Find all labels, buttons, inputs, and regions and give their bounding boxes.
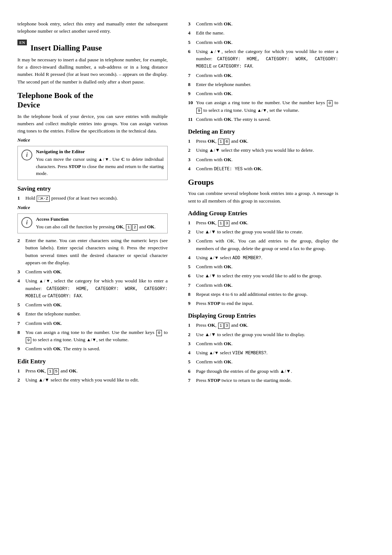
right-step-7: 7 Confirm with OK. (188, 72, 338, 79)
deleting-step-2: 2 Using ▲/▼ select the entry which you w… (188, 147, 338, 154)
displaying-group-title: Displaying Group Entries (188, 312, 338, 319)
right-step-3: 3 Confirm with OK. (188, 20, 338, 28)
access-function-body: You can also call the function by pressi… (36, 223, 164, 230)
access-function-title: Access Function (36, 216, 164, 222)
adding-group-list: 1 Press OK, 13 and OK. 2 Use ▲/▼ to sele… (188, 219, 338, 307)
adding-step-7: 7 Confirm with OK. (188, 282, 338, 289)
adding-step-6: 6 Use ▲/▼ to select the entry you would … (188, 272, 338, 279)
telephone-book-title: Telephone Book of the Device (17, 91, 168, 110)
edit-step-1: 1 Press OK, 15 and OK. (17, 367, 168, 375)
deleting-entry-title: Deleting an Entry (188, 128, 338, 135)
deleting-step-4: 4 Confirm DELETE: YES with OK. (188, 165, 338, 172)
navigating-notice-box: i Navigating in the Editor You can move … (17, 146, 168, 180)
saving-step-5: 5 Confirm with OK. (17, 301, 168, 309)
saving-step-8: 8 You can assign a ring tone to the numb… (17, 329, 168, 344)
notice-label-1: Notice (17, 137, 168, 143)
insert-dialling-title: Insert Dialling Pause (30, 43, 102, 53)
adding-step-3-text: Confirm with OK. You can add entries to … (196, 237, 338, 252)
saving-step-7: 7 Confirm with OK. (17, 320, 168, 327)
displaying-step-3: 3 Confirm with OK. (188, 340, 338, 347)
adding-step-5: 5 Confirm with OK. (188, 263, 338, 270)
displaying-step-5: 5 Confirm with OK. (188, 358, 338, 366)
deleting-step-2-text: Using ▲/▼ select the entry which you wou… (196, 147, 314, 154)
adding-step-8: 8 Repeat steps 4 to 6 to add additional … (188, 291, 338, 298)
right-step-11: 11 Confirm with OK. The entry is saved. (188, 116, 338, 123)
edit-entry-list: 1 Press OK, 15 and OK. 2 Using ▲/▼ selec… (17, 367, 168, 384)
notice-label-2: Notice (17, 205, 168, 211)
right-step-4: 4 Edit the name. (188, 29, 338, 37)
saving-entry-list: 1 Hold □A·Z pressed (for at least two se… (17, 195, 168, 202)
displaying-step-2-text: Use ▲/▼ to select the group you would li… (196, 331, 305, 338)
displaying-step-6: 6 Page through the entries of the group … (188, 368, 338, 375)
displaying-step-2: 2 Use ▲/▼ to select the group you would … (188, 331, 338, 338)
displaying-step-7: 7 Press STOP twice to return to the star… (188, 377, 338, 384)
saving-step-3: 3 Confirm with OK. (17, 268, 168, 276)
displaying-step-4: 4 Using ▲/▼ select VIEW MEMBERS?. (188, 349, 338, 356)
saving-step-2: 2 Enter the name. You can enter characte… (17, 237, 168, 266)
adding-step-4: 4 Using ▲/▼ select ADD MEMBER?. (188, 254, 338, 261)
right-step-10: 10 You can assign a ring tone to the num… (188, 99, 338, 114)
saving-step-9: 9 Confirm with OK. The entry is saved. (17, 345, 168, 352)
saving-step-2-text: Enter the name. You can enter characters… (25, 237, 168, 266)
right-step-6: 6 Using ▲/▼, select the category for whi… (188, 48, 338, 70)
displaying-step-1: 1 Press OK, 13 and OK. (188, 322, 338, 329)
telephone-book-body: In the telephone book of your device, yo… (17, 113, 168, 135)
adding-step-1: 1 Press OK, 13 and OK. (188, 219, 338, 227)
adding-step-9: 9 Press STOP to end the input. (188, 300, 338, 307)
insert-dialling-body: It may be necessary to insert a dial pau… (17, 56, 168, 86)
navigating-notice-body: You can move the cursor using ▲/▼. Use C… (36, 156, 164, 177)
right-step-4-text: Edit the name. (196, 29, 224, 37)
saving-step-4: 4 Using ▲/▼, select the category for whi… (17, 277, 168, 299)
page: telephone book entry, select this entry … (0, 13, 392, 555)
deleting-entry-list: 1 Press OK, 16 and OK. 2 Using ▲/▼ selec… (188, 138, 338, 172)
saving-step-1: 1 Hold □A·Z pressed (for at least two se… (17, 195, 168, 202)
access-function-notice-content: Access Function You can also call the fu… (36, 216, 164, 230)
adding-step-2: 2 Use ▲/▼ to select the group you would … (188, 228, 338, 236)
displaying-group-list: 1 Press OK, 13 and OK. 2 Use ▲/▼ to sele… (188, 322, 338, 384)
insert-dialling-section-header: EN Insert Dialling Pause (17, 38, 168, 56)
info-icon-1: i (21, 150, 32, 160)
adding-step-3: 3 Confirm with OK. You can add entries t… (188, 237, 338, 252)
right-column: 3 Confirm with OK. 4 Edit the name. 5 Co… (178, 13, 356, 555)
intro-text: telephone book entry, select this entry … (17, 20, 168, 35)
edit-step-2: 2 Using ▲/▼ select the entry which you w… (17, 376, 168, 384)
right-step-9: 9 Confirm with OK. (188, 90, 338, 97)
deleting-step-3: 3 Confirm with OK. (188, 156, 338, 163)
groups-title: Groups (188, 177, 338, 187)
info-icon-2: i (21, 217, 32, 228)
right-step-8: 8 Enter the telephone number. (188, 81, 338, 88)
right-continued-list: 3 Confirm with OK. 4 Edit the name. 5 Co… (188, 20, 338, 123)
displaying-step-6-text: Page through the entries of the group wi… (196, 368, 292, 375)
groups-body: You can combine several telephone book e… (188, 190, 338, 205)
access-function-notice-box: i Access Function You can also call the … (17, 213, 168, 233)
edit-entry-title: Edit Entry (17, 358, 168, 365)
saving-step-6: 6 Enter the telephone number. (17, 310, 168, 318)
left-column: telephone book entry, select this entry … (0, 13, 178, 555)
adding-step-2-text: Use ▲/▼ to select the group you would li… (196, 228, 303, 236)
adding-step-8-text: Repeat steps 4 to 6 to add additional en… (196, 291, 307, 298)
navigating-notice-content: Navigating in the Editor You can move th… (36, 149, 164, 177)
saving-entry-title: Saving entry (17, 185, 168, 192)
saving-entry-list-2: 2 Enter the name. You can enter characte… (17, 237, 168, 353)
navigating-notice-title: Navigating in the Editor (36, 149, 164, 155)
edit-step-2-text: Using ▲/▼ select the entry which you wou… (25, 376, 139, 384)
deleting-step-1: 1 Press OK, 16 and OK. (188, 138, 338, 145)
adding-step-6-text: Use ▲/▼ to select the entry you would li… (196, 272, 322, 279)
right-step-8-text: Enter the telephone number. (196, 81, 251, 88)
right-step-5: 5 Confirm with OK. (188, 39, 338, 46)
en-label: EN (17, 40, 27, 45)
saving-step-6-text: Enter the telephone number. (25, 310, 81, 318)
adding-group-title: Adding Group Entries (188, 210, 338, 217)
